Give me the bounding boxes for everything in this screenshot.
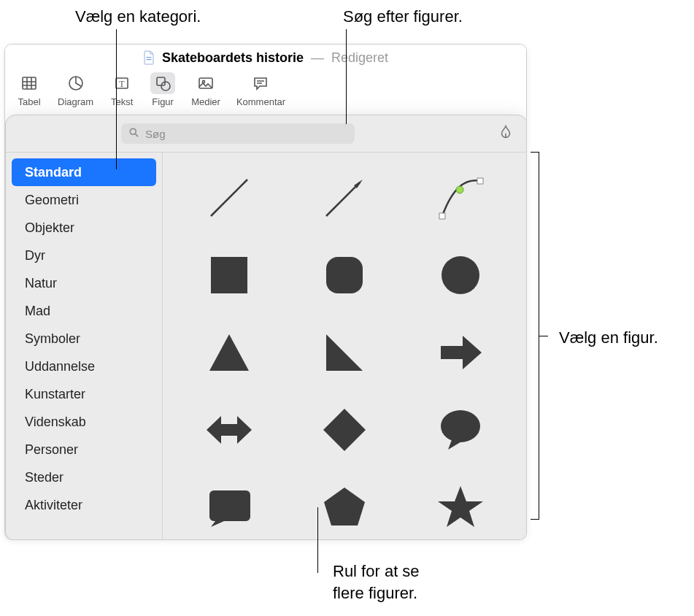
- sidebar-item-symboler[interactable]: Symboler: [12, 325, 156, 353]
- app-window: Skateboardets historie — Redigeret Tabel…: [4, 44, 527, 540]
- callout-line: [317, 507, 318, 573]
- sidebar-item-label: Geometri: [25, 193, 79, 208]
- chart-icon: [63, 72, 88, 94]
- table-icon: [17, 72, 42, 94]
- sidebar-item-natur[interactable]: Natur: [12, 269, 156, 297]
- sidebar-item-objekter[interactable]: Objekter: [12, 214, 156, 242]
- shape-arrow-right[interactable]: [428, 320, 493, 385]
- svg-rect-10: [157, 77, 165, 85]
- shape-square[interactable]: [196, 242, 262, 308]
- shape-arrow-line[interactable]: [312, 165, 377, 231]
- comment-icon: [248, 72, 273, 94]
- shape-line[interactable]: [196, 165, 262, 231]
- sidebar-item-label: Dyr: [25, 248, 45, 263]
- toolbar-button-comment[interactable]: Kommentar: [236, 72, 285, 107]
- shape-pentagon[interactable]: [312, 474, 377, 540]
- shapes-grid[interactable]: [163, 153, 527, 540]
- toolbar-button-table[interactable]: Tabel: [17, 72, 42, 107]
- shape-triangle[interactable]: [196, 320, 262, 385]
- shape-curve[interactable]: [428, 165, 493, 231]
- svg-marker-36: [438, 486, 483, 527]
- sidebar-item-label: Natur: [25, 276, 57, 291]
- toolbar-label: Tabel: [18, 96, 40, 107]
- svg-line-19: [211, 180, 247, 216]
- titlebar: Skateboardets historie — Redigeret: [5, 45, 526, 71]
- sidebar-item-standard[interactable]: Standard: [12, 158, 156, 186]
- shape-circle[interactable]: [428, 242, 493, 308]
- sidebar-item-label: Uddannelse: [25, 359, 95, 374]
- toolbar-label: Kommentar: [236, 96, 285, 107]
- search-box[interactable]: [121, 123, 355, 144]
- toolbar-button-shape[interactable]: Figur: [150, 72, 175, 107]
- svg-rect-26: [326, 257, 363, 293]
- document-title: Skateboardets historie: [162, 50, 304, 66]
- document-icon: [143, 50, 155, 65]
- sidebar-item-personer[interactable]: Personer: [12, 436, 156, 463]
- toolbar-label: Tekst: [111, 96, 133, 107]
- toolbar-label: Medier: [191, 96, 220, 107]
- svg-marker-35: [324, 488, 365, 525]
- svg-line-17: [135, 134, 138, 136]
- shape-icon: [150, 72, 175, 94]
- sidebar-item-geometri[interactable]: Geometri: [12, 186, 156, 214]
- separator: —: [311, 50, 324, 66]
- callout-category: Vælg en kategori.: [75, 6, 201, 28]
- sidebar-item-uddannelse[interactable]: Uddannelse: [12, 353, 156, 380]
- bracket: [539, 152, 539, 520]
- document-status: Redigeret: [331, 50, 388, 66]
- shape-callout-square[interactable]: [196, 474, 262, 540]
- svg-rect-25: [211, 257, 247, 293]
- svg-marker-30: [441, 336, 482, 369]
- toolbar-button-chart[interactable]: Diagram: [58, 72, 93, 107]
- popover-header: [6, 115, 527, 152]
- shape-arrow-both[interactable]: [196, 397, 262, 463]
- callout-line: [346, 29, 347, 124]
- sidebar-item-label: Symboler: [25, 331, 80, 347]
- svg-marker-29: [326, 334, 363, 371]
- sidebar-item-label: Videnskab: [25, 415, 86, 430]
- svg-line-20: [326, 182, 360, 216]
- sidebar-item-label: Kunstarter: [25, 387, 85, 402]
- svg-marker-32: [323, 409, 366, 451]
- media-icon: [193, 72, 218, 94]
- toolbar: Tabel Diagram T Tekst Figur Medier: [5, 71, 526, 113]
- sidebar-item-label: Steder: [25, 470, 63, 485]
- sidebar-item-dyr[interactable]: Dyr: [12, 242, 156, 269]
- svg-point-11: [161, 82, 170, 91]
- svg-point-16: [130, 128, 136, 134]
- svg-rect-0: [146, 57, 151, 58]
- svg-rect-1: [146, 59, 151, 60]
- svg-marker-31: [207, 416, 252, 444]
- sidebar-item-kunstarter[interactable]: Kunstarter: [12, 380, 156, 408]
- toolbar-button-text[interactable]: T Tekst: [109, 72, 134, 107]
- sidebar-item-steder[interactable]: Steder: [12, 463, 156, 491]
- svg-marker-28: [209, 334, 249, 371]
- sidebar-item-label: Objekter: [25, 220, 74, 236]
- shape-diamond[interactable]: [312, 397, 377, 463]
- shape-speech-bubble[interactable]: [428, 397, 493, 463]
- sidebar-item-label: Aktiviteter: [25, 498, 82, 513]
- callout-search: Søg efter figurer.: [343, 6, 463, 28]
- callout-scroll: Rul for at se flere figurer.: [333, 561, 420, 604]
- toolbar-label: Figur: [152, 96, 174, 107]
- shape-rounded-square[interactable]: [312, 242, 377, 308]
- search-input[interactable]: [145, 128, 347, 140]
- toolbar-button-media[interactable]: Medier: [191, 72, 220, 107]
- sidebar-item-aktiviteter[interactable]: Aktiviteter: [12, 491, 156, 519]
- svg-rect-23: [477, 178, 483, 184]
- sidebar-item-videnskab[interactable]: Videnskab: [12, 408, 156, 436]
- popover-body: StandardGeometriObjekterDyrNaturMadSymbo…: [6, 152, 527, 540]
- svg-point-33: [441, 410, 480, 442]
- shape-star[interactable]: [428, 474, 493, 540]
- category-sidebar: StandardGeometriObjekterDyrNaturMadSymbo…: [6, 153, 163, 540]
- callout-pick: Vælg en figur.: [559, 327, 658, 349]
- sidebar-item-label: Standard: [25, 165, 82, 180]
- sidebar-item-label: Mad: [25, 304, 50, 319]
- shape-right-triangle[interactable]: [312, 320, 377, 385]
- pen-icon[interactable]: [498, 124, 514, 143]
- svg-rect-2: [23, 77, 36, 89]
- svg-text:T: T: [119, 79, 125, 89]
- svg-point-24: [456, 186, 463, 193]
- sidebar-item-mad[interactable]: Mad: [12, 297, 156, 325]
- toolbar-label: Diagram: [58, 96, 93, 107]
